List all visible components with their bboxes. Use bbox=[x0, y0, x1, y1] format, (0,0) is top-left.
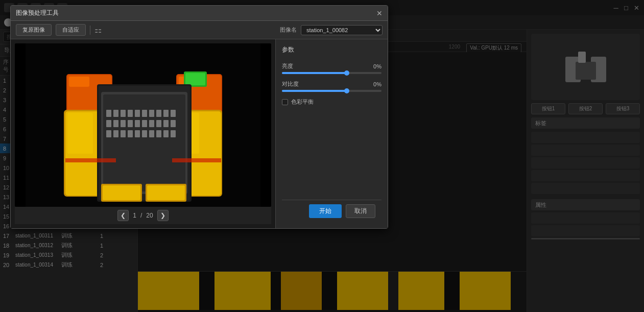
svg-rect-45 bbox=[113, 120, 118, 127]
brightness-label-row: 亮度 0% bbox=[282, 62, 381, 70]
modal-title: 图像预处理工具 bbox=[16, 9, 59, 17]
svg-rect-33 bbox=[103, 94, 185, 191]
svg-rect-39 bbox=[142, 110, 147, 117]
color-balance-label: 色彩平衡 bbox=[291, 98, 314, 106]
page-separator: / bbox=[140, 212, 142, 219]
svg-rect-65 bbox=[172, 158, 221, 162]
svg-rect-58 bbox=[135, 130, 140, 137]
svg-rect-52 bbox=[163, 120, 169, 127]
restore-image-button[interactable]: 复原图像 bbox=[16, 24, 52, 36]
adaptive-button[interactable]: 自适应 bbox=[56, 24, 86, 36]
filename-select[interactable]: station_1_00082 bbox=[301, 25, 383, 35]
svg-rect-48 bbox=[135, 120, 140, 127]
svg-rect-55 bbox=[113, 130, 118, 137]
svg-rect-56 bbox=[121, 130, 126, 137]
brightness-slider-fill bbox=[282, 72, 347, 74]
prev-page-button[interactable]: ❮ bbox=[117, 210, 129, 221]
contrast-param: 对比度 0% bbox=[282, 80, 381, 92]
svg-rect-67 bbox=[103, 185, 140, 200]
page-total: 20 bbox=[146, 212, 153, 219]
svg-rect-50 bbox=[149, 120, 154, 127]
svg-rect-36 bbox=[121, 110, 126, 117]
filename-label: 图像名 bbox=[280, 26, 297, 34]
crop-icon[interactable]: ⚏ bbox=[94, 25, 102, 35]
svg-rect-40 bbox=[149, 110, 154, 117]
brightness-label: 亮度 bbox=[282, 62, 293, 70]
svg-rect-69 bbox=[147, 185, 185, 200]
modal-params-panel: 参数 亮度 0% 对比度 0% bbox=[275, 39, 388, 228]
svg-rect-54 bbox=[106, 130, 111, 137]
svg-rect-37 bbox=[128, 110, 133, 117]
brightness-slider-track[interactable] bbox=[282, 72, 381, 74]
color-balance-row: 色彩平衡 bbox=[282, 98, 381, 106]
modal-footer: 开始 取消 bbox=[282, 200, 381, 222]
svg-rect-53 bbox=[171, 120, 176, 127]
image-preprocess-modal: 图像预处理工具 ✕ 复原图像 自适应 ⚏ 图像名 station_1_00082 bbox=[10, 5, 388, 229]
svg-rect-26 bbox=[67, 113, 93, 154]
svg-rect-23 bbox=[185, 73, 205, 85]
modal-action-area: 开始 取消 bbox=[282, 191, 381, 222]
svg-rect-62 bbox=[163, 130, 169, 137]
svg-rect-43 bbox=[171, 110, 176, 117]
svg-rect-42 bbox=[163, 110, 169, 117]
contrast-slider-track[interactable] bbox=[282, 90, 381, 92]
svg-rect-60 bbox=[149, 130, 154, 137]
svg-rect-63 bbox=[171, 130, 176, 137]
contrast-slider-thumb bbox=[344, 88, 349, 93]
start-button[interactable]: 开始 bbox=[309, 204, 342, 218]
contrast-value: 0% bbox=[373, 81, 381, 87]
svg-rect-61 bbox=[156, 130, 161, 137]
params-title: 参数 bbox=[282, 45, 381, 54]
svg-rect-59 bbox=[142, 130, 147, 137]
svg-rect-64 bbox=[65, 158, 116, 162]
svg-rect-51 bbox=[156, 120, 161, 127]
svg-rect-41 bbox=[156, 110, 161, 117]
brightness-slider-thumb bbox=[344, 70, 349, 76]
contrast-label: 对比度 bbox=[282, 80, 299, 88]
svg-rect-18 bbox=[69, 77, 89, 87]
modal-toolbar: 复原图像 自适应 ⚏ 图像名 station_1_00082 bbox=[11, 21, 388, 39]
modal-body: ❮ 1 / 20 ❯ 参数 亮度 0% bbox=[11, 39, 388, 228]
svg-rect-46 bbox=[121, 120, 126, 127]
brightness-param: 亮度 0% bbox=[282, 62, 381, 74]
modal-overlay: 图像预处理工具 ✕ 复原图像 自适应 ⚏ 图像名 station_1_00082 bbox=[0, 0, 644, 312]
svg-rect-49 bbox=[142, 120, 147, 127]
modal-pagination: ❮ 1 / 20 ❯ bbox=[15, 207, 271, 224]
brightness-value: 0% bbox=[373, 63, 381, 69]
modal-image-canvas bbox=[15, 43, 271, 207]
svg-rect-38 bbox=[135, 110, 140, 117]
modal-title-bar: 图像预处理工具 ✕ bbox=[11, 6, 388, 21]
svg-rect-57 bbox=[128, 130, 133, 137]
next-page-button[interactable]: ❯ bbox=[157, 210, 169, 221]
svg-rect-47 bbox=[128, 120, 133, 127]
modal-image-area: ❮ 1 / 20 ❯ bbox=[11, 39, 275, 228]
color-balance-checkbox[interactable] bbox=[282, 99, 288, 105]
page-current: 1 bbox=[133, 212, 136, 219]
contrast-slider-fill bbox=[282, 90, 347, 92]
svg-rect-35 bbox=[113, 110, 118, 117]
connector-svg bbox=[15, 43, 271, 207]
contrast-label-row: 对比度 0% bbox=[282, 80, 381, 88]
svg-rect-44 bbox=[106, 120, 111, 127]
svg-rect-34 bbox=[106, 110, 111, 117]
toolbar-separator bbox=[90, 26, 90, 35]
modal-close-button[interactable]: ✕ bbox=[376, 9, 383, 17]
cancel-button[interactable]: 取消 bbox=[346, 204, 375, 218]
